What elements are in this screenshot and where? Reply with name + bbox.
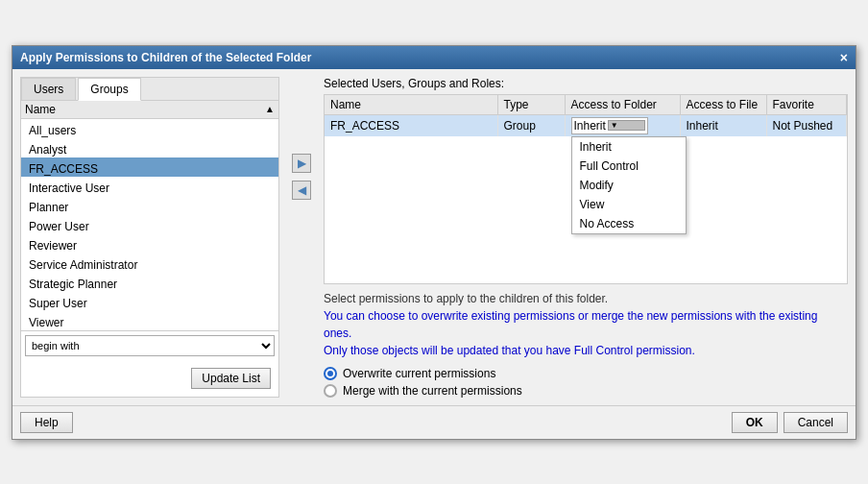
tab-groups[interactable]: Groups [78, 78, 140, 101]
tabs: Users Groups [21, 78, 278, 101]
dropdown-item-modify[interactable]: Modify [572, 176, 686, 195]
group-item-analyst[interactable]: Analyst [21, 138, 278, 157]
group-item-service_admin[interactable]: Service Administrator [21, 254, 278, 273]
col-access-folder: Access to Folder [565, 95, 680, 115]
access-folder-dropdown-menu: InheritFull ControlModifyViewNo Access [571, 136, 687, 234]
right-panel-label: Selected Users, Groups and Roles: [324, 77, 848, 90]
dropdown-arrow-icon: ▼ [608, 120, 645, 131]
radio-merge-btn[interactable] [324, 384, 337, 398]
group-item-all_users[interactable]: All_users [21, 119, 278, 138]
info-line3: Only those objects will be updated that … [324, 342, 848, 359]
col-access-file: Access to File [680, 95, 766, 115]
dialog: Apply Permissions to Children of the Sel… [12, 45, 856, 440]
cell-access-file: Inherit [680, 114, 766, 136]
group-item-super_user[interactable]: Super User [21, 292, 278, 311]
table-row: FR_ACCESS Group Inherit ▼ [325, 114, 847, 136]
dropdown-item-no-access[interactable]: No Access [572, 214, 686, 233]
footer-right: OK Cancel [732, 412, 848, 433]
help-button[interactable]: Help [20, 412, 73, 433]
ok-button[interactable]: OK [732, 412, 778, 433]
close-icon[interactable]: × [840, 51, 848, 64]
group-item-interactive_user[interactable]: Interactive User [21, 177, 278, 196]
group-list: All_usersAnalystFR_ACCESSInteractive Use… [21, 119, 278, 330]
tab-users[interactable]: Users [21, 78, 76, 100]
right-panel: Selected Users, Groups and Roles: Name T… [324, 77, 848, 398]
radio-merge-label: Merge with the current permissions [343, 384, 522, 398]
radio-overwrite-label: Overwrite current permissions [343, 367, 495, 380]
dialog-body: Users Groups Name ▲ All_usersAnalystFR_A… [12, 69, 856, 405]
radio-overwrite: Overwrite current permissions [324, 367, 848, 380]
permissions-table-container: Name Type Access to Folder Access to Fil… [324, 94, 848, 284]
info-line1: Select permissions to apply to the child… [324, 290, 848, 307]
access-folder-dropdown-container: Inherit ▼ InheritFull ControlModifyViewN… [571, 117, 648, 134]
info-line2: You can choose to overwrite existing per… [324, 307, 848, 342]
sort-asc-icon: ▲ [265, 104, 275, 114]
radio-options: Overwrite current permissions Merge with… [324, 367, 848, 398]
permissions-table: Name Type Access to Folder Access to Fil… [325, 95, 847, 136]
add-arrow-button[interactable]: ▶ [292, 154, 311, 173]
name-column-header: Name [25, 103, 262, 116]
footer-left: Help [20, 412, 73, 433]
update-list-button[interactable]: Update List [191, 368, 271, 389]
group-item-viewer[interactable]: Viewer [21, 311, 278, 330]
dialog-title: Apply Permissions to Children of the Sel… [20, 51, 311, 64]
middle-arrows: ▶ ◀ [287, 77, 316, 398]
bottom-info: Select permissions to apply to the child… [324, 290, 848, 359]
group-item-planner[interactable]: Planner [21, 196, 278, 215]
cell-name: FR_ACCESS [325, 114, 497, 136]
group-item-reviewer[interactable]: Reviewer [21, 234, 278, 254]
filter-select[interactable]: begin with contains [25, 335, 275, 356]
col-type: Type [497, 95, 565, 115]
group-item-strategic_planner[interactable]: Strategic Planner [21, 273, 278, 292]
main-content: Users Groups Name ▲ All_usersAnalystFR_A… [20, 77, 848, 398]
group-item-fr_access[interactable]: FR_ACCESS [21, 157, 278, 177]
access-folder-dropdown-btn[interactable]: Inherit ▼ [571, 117, 648, 134]
dropdown-item-full-control[interactable]: Full Control [572, 157, 686, 176]
dialog-footer: Help OK Cancel [12, 405, 856, 439]
title-bar: Apply Permissions to Children of the Sel… [12, 46, 856, 69]
col-favorite: Favorite [766, 95, 847, 115]
access-folder-value: Inherit [574, 119, 606, 133]
group-item-power_user[interactable]: Power User [21, 215, 278, 234]
dropdown-item-inherit[interactable]: Inherit [572, 137, 686, 157]
cell-favorite: Not Pushed [766, 114, 847, 136]
list-header: Name ▲ [21, 101, 278, 119]
remove-arrow-button[interactable]: ◀ [292, 181, 311, 200]
filter-row: begin with contains [21, 330, 278, 360]
dropdown-item-view[interactable]: View [572, 195, 686, 214]
radio-merge: Merge with the current permissions [324, 384, 848, 398]
cell-type: Group [497, 114, 565, 136]
cancel-button[interactable]: Cancel [784, 412, 848, 433]
left-panel: Users Groups Name ▲ All_usersAnalystFR_A… [20, 77, 279, 398]
col-name: Name [325, 95, 497, 115]
radio-overwrite-btn[interactable] [324, 367, 337, 380]
cell-access-folder: Inherit ▼ InheritFull ControlModifyViewN… [565, 114, 680, 136]
